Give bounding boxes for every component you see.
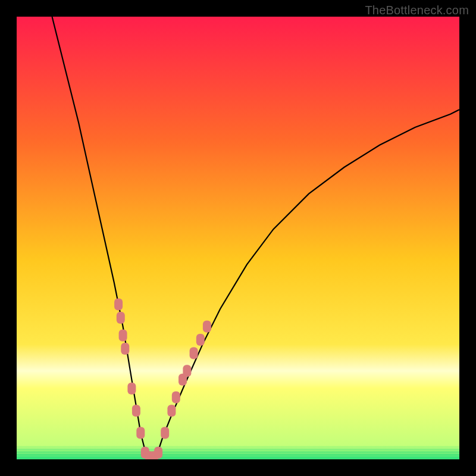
- green-band-line: [17, 452, 459, 453]
- sample-dot: [127, 383, 136, 394]
- sample-dot: [117, 312, 125, 324]
- sample-dot: [119, 330, 127, 342]
- sample-dot: [132, 405, 140, 416]
- chart-plot-area: [17, 17, 459, 459]
- green-band-line: [17, 457, 459, 459]
- sample-dot: [114, 299, 123, 311]
- sample-dot: [121, 343, 129, 355]
- sample-dot: [190, 347, 198, 359]
- sample-dot: [167, 405, 176, 416]
- sample-dot: [172, 392, 180, 403]
- sample-dot: [196, 334, 205, 346]
- sample-dot: [183, 365, 191, 377]
- green-band-line: [17, 446, 459, 448]
- chart-svg: [17, 17, 459, 459]
- sample-dot: [136, 427, 145, 439]
- sample-dot: [203, 321, 211, 333]
- outer-frame: TheBottleneck.com: [0, 0, 476, 476]
- gradient-background: [17, 17, 459, 459]
- green-band-line: [17, 454, 459, 456]
- watermark-text: TheBottleneck.com: [365, 4, 469, 17]
- sample-dot: [161, 427, 169, 439]
- green-band-line: [17, 449, 459, 450]
- sample-dot: [154, 447, 162, 459]
